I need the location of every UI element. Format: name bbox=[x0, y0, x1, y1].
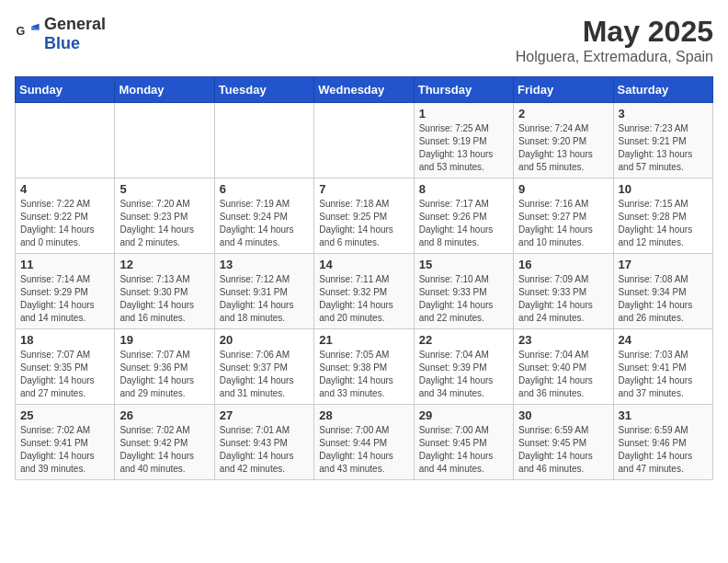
week-row-5: 25Sunrise: 7:02 AM Sunset: 9:41 PM Dayli… bbox=[16, 405, 713, 480]
calendar-cell: 29Sunrise: 7:00 AM Sunset: 9:45 PM Dayli… bbox=[414, 405, 513, 480]
calendar-cell: 30Sunrise: 6:59 AM Sunset: 9:45 PM Dayli… bbox=[514, 405, 613, 480]
calendar-cell bbox=[16, 103, 115, 178]
day-info: Sunrise: 7:14 AM Sunset: 9:29 PM Dayligh… bbox=[20, 273, 109, 325]
day-info: Sunrise: 6:59 AM Sunset: 9:45 PM Dayligh… bbox=[518, 424, 608, 476]
day-info: Sunrise: 7:25 AM Sunset: 9:19 PM Dayligh… bbox=[419, 122, 508, 174]
day-header-thursday: Thursday bbox=[414, 77, 513, 103]
calendar-cell: 26Sunrise: 7:02 AM Sunset: 9:42 PM Dayli… bbox=[115, 405, 214, 480]
day-info: Sunrise: 7:16 AM Sunset: 9:27 PM Dayligh… bbox=[518, 198, 608, 249]
day-number: 9 bbox=[518, 182, 608, 196]
day-info: Sunrise: 7:22 AM Sunset: 9:22 PM Dayligh… bbox=[20, 198, 109, 249]
calendar-cell: 2Sunrise: 7:24 AM Sunset: 9:20 PM Daylig… bbox=[514, 103, 613, 178]
day-info: Sunrise: 7:05 AM Sunset: 9:38 PM Dayligh… bbox=[319, 349, 408, 400]
day-number: 17 bbox=[619, 258, 708, 271]
calendar-cell: 22Sunrise: 7:04 AM Sunset: 9:39 PM Dayli… bbox=[414, 329, 513, 405]
calendar-cell bbox=[115, 103, 214, 178]
calendar-cell bbox=[314, 103, 414, 178]
week-row-3: 11Sunrise: 7:14 AM Sunset: 9:29 PM Dayli… bbox=[16, 254, 713, 329]
day-number: 21 bbox=[319, 333, 408, 347]
calendar-cell: 15Sunrise: 7:10 AM Sunset: 9:33 PM Dayli… bbox=[414, 254, 513, 329]
day-info: Sunrise: 7:02 AM Sunset: 9:41 PM Dayligh… bbox=[20, 424, 109, 476]
day-info: Sunrise: 7:20 AM Sunset: 9:23 PM Dayligh… bbox=[119, 198, 209, 249]
day-number: 11 bbox=[20, 258, 109, 271]
logo-blue: Blue bbox=[44, 34, 80, 52]
day-number: 27 bbox=[220, 408, 309, 422]
day-number: 4 bbox=[20, 182, 109, 196]
calendar-cell: 1Sunrise: 7:25 AM Sunset: 9:19 PM Daylig… bbox=[414, 103, 513, 178]
day-info: Sunrise: 7:04 AM Sunset: 9:40 PM Dayligh… bbox=[518, 349, 608, 400]
day-number: 2 bbox=[518, 107, 608, 121]
svg-text:G: G bbox=[16, 25, 25, 38]
day-info: Sunrise: 6:59 AM Sunset: 9:46 PM Dayligh… bbox=[619, 424, 708, 476]
calendar-cell: 11Sunrise: 7:14 AM Sunset: 9:29 PM Dayli… bbox=[16, 254, 115, 329]
calendar-cell: 3Sunrise: 7:23 AM Sunset: 9:21 PM Daylig… bbox=[613, 103, 712, 178]
day-info: Sunrise: 7:10 AM Sunset: 9:33 PM Dayligh… bbox=[419, 273, 508, 325]
subtitle: Holguera, Extremadura, Spain bbox=[516, 49, 713, 65]
day-number: 31 bbox=[619, 408, 708, 422]
day-number: 1 bbox=[419, 107, 508, 121]
calendar-cell: 16Sunrise: 7:09 AM Sunset: 9:33 PM Dayli… bbox=[514, 254, 613, 329]
day-info: Sunrise: 7:01 AM Sunset: 9:43 PM Dayligh… bbox=[220, 424, 309, 476]
day-info: Sunrise: 7:09 AM Sunset: 9:33 PM Dayligh… bbox=[518, 273, 608, 325]
calendar-cell: 14Sunrise: 7:11 AM Sunset: 9:32 PM Dayli… bbox=[314, 254, 414, 329]
day-info: Sunrise: 7:11 AM Sunset: 9:32 PM Dayligh… bbox=[319, 273, 408, 325]
day-info: Sunrise: 7:24 AM Sunset: 9:20 PM Dayligh… bbox=[518, 122, 608, 174]
calendar-cell: 5Sunrise: 7:20 AM Sunset: 9:23 PM Daylig… bbox=[115, 178, 214, 254]
calendar-cell: 8Sunrise: 7:17 AM Sunset: 9:26 PM Daylig… bbox=[414, 178, 513, 254]
day-number: 6 bbox=[220, 182, 309, 196]
day-number: 28 bbox=[319, 408, 408, 422]
day-number: 8 bbox=[419, 182, 508, 196]
calendar-cell: 21Sunrise: 7:05 AM Sunset: 9:38 PM Dayli… bbox=[314, 329, 414, 405]
day-info: Sunrise: 7:07 AM Sunset: 9:36 PM Dayligh… bbox=[119, 349, 209, 400]
calendar-cell: 18Sunrise: 7:07 AM Sunset: 9:35 PM Dayli… bbox=[16, 329, 115, 405]
day-header-monday: Monday bbox=[115, 77, 214, 103]
calendar-cell: 23Sunrise: 7:04 AM Sunset: 9:40 PM Dayli… bbox=[514, 329, 613, 405]
logo: G General Blue bbox=[15, 15, 106, 53]
day-header-tuesday: Tuesday bbox=[214, 77, 313, 103]
day-info: Sunrise: 7:06 AM Sunset: 9:37 PM Dayligh… bbox=[220, 349, 309, 400]
day-number: 7 bbox=[319, 182, 408, 196]
calendar-table: SundayMondayTuesdayWednesdayThursdayFrid… bbox=[15, 76, 713, 480]
day-number: 18 bbox=[20, 333, 109, 347]
day-number: 25 bbox=[20, 408, 109, 422]
days-header-row: SundayMondayTuesdayWednesdayThursdayFrid… bbox=[16, 77, 713, 103]
day-info: Sunrise: 7:08 AM Sunset: 9:34 PM Dayligh… bbox=[619, 273, 708, 325]
day-header-wednesday: Wednesday bbox=[314, 77, 414, 103]
day-number: 13 bbox=[220, 258, 309, 271]
calendar-cell: 20Sunrise: 7:06 AM Sunset: 9:37 PM Dayli… bbox=[214, 329, 313, 405]
calendar-cell: 31Sunrise: 6:59 AM Sunset: 9:46 PM Dayli… bbox=[613, 405, 712, 480]
day-number: 15 bbox=[419, 258, 508, 271]
day-info: Sunrise: 7:18 AM Sunset: 9:25 PM Dayligh… bbox=[319, 198, 408, 249]
calendar-cell: 17Sunrise: 7:08 AM Sunset: 9:34 PM Dayli… bbox=[613, 254, 712, 329]
day-number: 5 bbox=[119, 182, 209, 196]
main-title: May 2025 bbox=[516, 15, 713, 49]
day-number: 14 bbox=[319, 258, 408, 271]
logo-icon: G bbox=[15, 21, 40, 47]
day-number: 16 bbox=[518, 258, 608, 271]
day-info: Sunrise: 7:19 AM Sunset: 9:24 PM Dayligh… bbox=[220, 198, 309, 249]
day-header-sunday: Sunday bbox=[16, 77, 115, 103]
week-row-4: 18Sunrise: 7:07 AM Sunset: 9:35 PM Dayli… bbox=[16, 329, 713, 405]
logo-text: General Blue bbox=[44, 15, 106, 53]
title-section: May 2025 Holguera, Extremadura, Spain bbox=[516, 15, 713, 65]
day-info: Sunrise: 7:00 AM Sunset: 9:44 PM Dayligh… bbox=[319, 424, 408, 476]
day-number: 3 bbox=[619, 107, 708, 121]
day-info: Sunrise: 7:00 AM Sunset: 9:45 PM Dayligh… bbox=[419, 424, 508, 476]
day-info: Sunrise: 7:07 AM Sunset: 9:35 PM Dayligh… bbox=[20, 349, 109, 400]
day-number: 29 bbox=[419, 408, 508, 422]
day-number: 10 bbox=[619, 182, 708, 196]
day-info: Sunrise: 7:12 AM Sunset: 9:31 PM Dayligh… bbox=[220, 273, 309, 325]
day-number: 26 bbox=[119, 408, 209, 422]
page-header: G General Blue May 2025 Holguera, Extrem… bbox=[15, 15, 713, 65]
calendar-cell: 25Sunrise: 7:02 AM Sunset: 9:41 PM Dayli… bbox=[16, 405, 115, 480]
logo-container: G General Blue bbox=[15, 15, 106, 53]
day-number: 22 bbox=[419, 333, 508, 347]
day-info: Sunrise: 7:13 AM Sunset: 9:30 PM Dayligh… bbox=[119, 273, 209, 325]
day-info: Sunrise: 7:23 AM Sunset: 9:21 PM Dayligh… bbox=[619, 122, 708, 174]
day-header-friday: Friday bbox=[514, 77, 613, 103]
day-number: 20 bbox=[220, 333, 309, 347]
calendar-cell: 27Sunrise: 7:01 AM Sunset: 9:43 PM Dayli… bbox=[214, 405, 313, 480]
calendar-cell: 19Sunrise: 7:07 AM Sunset: 9:36 PM Dayli… bbox=[115, 329, 214, 405]
day-number: 24 bbox=[619, 333, 708, 347]
calendar-cell: 10Sunrise: 7:15 AM Sunset: 9:28 PM Dayli… bbox=[613, 178, 712, 254]
